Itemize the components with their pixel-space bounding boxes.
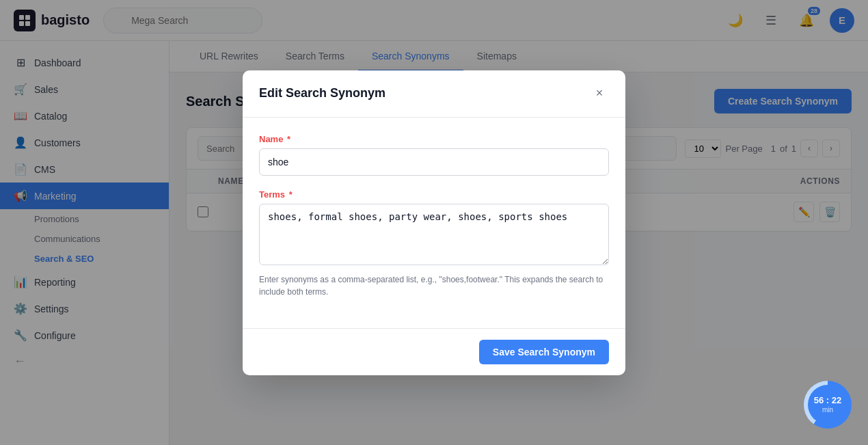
timer-circle: 56 : 22 min [804,381,852,429]
modal-body: Name * Terms * shoes, formal shoes, part… [243,118,625,328]
name-required-star: * [287,134,290,144]
modal-overlay: Edit Search Synonym × Name * Terms * sho… [0,0,868,445]
terms-hint: Enter synonyms as a comma-separated list… [259,273,609,298]
terms-textarea[interactable]: shoes, formal shoes, party wear, shoes, … [259,204,609,265]
terms-required-star: * [289,189,293,200]
edit-search-synonym-modal: Edit Search Synonym × Name * Terms * sho… [243,70,625,375]
modal-footer: Save Search Synonym [243,328,625,375]
modal-close-button[interactable]: × [590,84,609,103]
timer-value: 56 : 22 [814,395,841,406]
form-group-terms: Terms * shoes, formal shoes, party wear,… [259,189,609,298]
modal-title: Edit Search Synonym [259,86,385,100]
save-search-synonym-button[interactable]: Save Search Synonym [479,340,609,364]
name-input[interactable] [259,148,609,176]
timer-label: min [822,406,833,414]
terms-label: Terms * [259,189,609,200]
timer-inner: 56 : 22 min [808,385,847,424]
modal-header: Edit Search Synonym × [243,70,625,118]
name-label: Name * [259,134,609,144]
form-group-name: Name * [259,134,609,176]
